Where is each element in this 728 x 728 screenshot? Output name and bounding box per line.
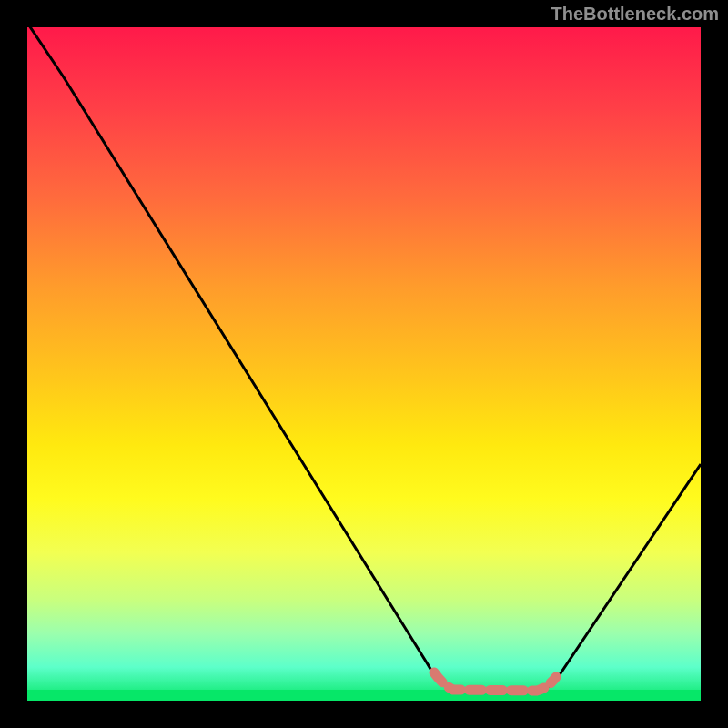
optimal-range-marker [434, 672, 556, 691]
plot-area [27, 27, 701, 701]
bottleneck-curve [27, 27, 701, 692]
curve-layer [27, 27, 701, 701]
attribution-text: TheBottleneck.com [551, 4, 719, 25]
chart-container: TheBottleneck.com [0, 0, 728, 728]
